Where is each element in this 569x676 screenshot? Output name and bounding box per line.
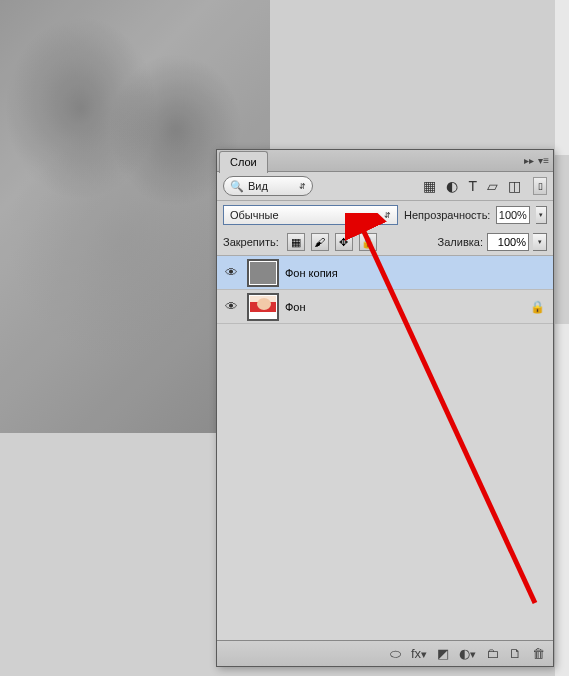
lock-all-icon[interactable]: 🔒 <box>359 233 377 251</box>
layer-name-label[interactable]: Фон копия <box>285 267 549 279</box>
opacity-input[interactable]: 100% <box>496 206 529 224</box>
fill-label: Заливка: <box>438 236 483 248</box>
layers-panel: Слои ▸▸ ▾≡ 🔍 Вид ⇵ ▦ ◐ T ▱ ◫ ▯ Обычные ⇵… <box>216 149 554 667</box>
filter-type-icon[interactable]: T <box>468 178 477 194</box>
fill-dropdown[interactable]: ▾ <box>533 233 547 251</box>
filter-smart-icon[interactable]: ◫ <box>508 178 521 194</box>
new-layer-icon[interactable]: 🗋 <box>509 646 522 661</box>
panel-bottom-bar: ⬭ fx▾ ◩ ◐▾ 🗀 🗋 🗑 <box>217 640 553 666</box>
layer-thumbnail[interactable] <box>247 293 279 321</box>
blend-mode-value: Обычные <box>230 209 279 221</box>
filter-toggle[interactable]: ▯ <box>533 177 547 195</box>
fill-input[interactable]: 100% <box>487 233 529 251</box>
blend-mode-select[interactable]: Обычные ⇵ <box>223 205 398 225</box>
layer-fx-icon[interactable]: fx▾ <box>411 646 427 661</box>
layer-name-label[interactable]: Фон <box>285 301 524 313</box>
opacity-dropdown[interactable]: ▾ <box>536 206 547 224</box>
panel-tab-bar: Слои ▸▸ ▾≡ <box>217 150 553 172</box>
delete-layer-icon[interactable]: 🗑 <box>532 646 545 661</box>
lock-paint-icon[interactable]: 🖌 <box>311 233 329 251</box>
link-layers-icon[interactable]: ⬭ <box>390 646 401 662</box>
opacity-value: 100% <box>499 209 527 221</box>
tab-layers[interactable]: Слои <box>219 151 268 173</box>
opacity-label: Непрозрачность: <box>404 209 490 221</box>
layer-lock-icon: 🔒 <box>530 300 545 314</box>
panel-menu-icon[interactable]: ▾≡ <box>538 155 549 166</box>
layer-row[interactable]: 👁 Фон 🔒 <box>217 290 553 324</box>
filter-row: 🔍 Вид ⇵ ▦ ◐ T ▱ ◫ ▯ <box>217 172 553 201</box>
search-icon: 🔍 <box>230 180 244 193</box>
visibility-eye-icon[interactable]: 👁 <box>221 265 241 280</box>
scrollbar-top[interactable] <box>555 0 569 155</box>
layer-mask-icon[interactable]: ◩ <box>437 646 449 661</box>
adjustment-layer-icon[interactable]: ◐▾ <box>459 646 476 661</box>
layer-row[interactable]: 👁 Фон копия <box>217 256 553 290</box>
layer-filter-kind[interactable]: 🔍 Вид ⇵ <box>223 176 313 196</box>
layer-thumbnail[interactable] <box>247 259 279 287</box>
chevron-updown-icon: ⇵ <box>384 211 391 220</box>
lock-transparent-icon[interactable]: ▦ <box>287 233 305 251</box>
fill-value: 100% <box>498 236 526 248</box>
lock-move-icon[interactable]: ✥ <box>335 233 353 251</box>
scrollbar-bottom[interactable] <box>555 324 569 676</box>
chevron-updown-icon: ⇵ <box>299 182 306 191</box>
new-group-icon[interactable]: 🗀 <box>486 646 499 661</box>
collapse-icon[interactable]: ▸▸ <box>524 155 534 166</box>
filter-kind-label: Вид <box>248 180 268 192</box>
blend-opacity-row: Обычные ⇵ Непрозрачность: 100% ▾ <box>217 201 553 229</box>
lock-label: Закрепить: <box>223 236 279 248</box>
layers-list: 👁 Фон копия 👁 Фон 🔒 <box>217 256 553 640</box>
filter-shape-icon[interactable]: ▱ <box>487 178 498 194</box>
visibility-eye-icon[interactable]: 👁 <box>221 299 241 314</box>
filter-pixel-icon[interactable]: ▦ <box>423 178 436 194</box>
lock-fill-row: Закрепить: ▦ 🖌 ✥ 🔒 Заливка: 100% ▾ <box>217 229 553 256</box>
filter-adjust-icon[interactable]: ◐ <box>446 178 458 194</box>
